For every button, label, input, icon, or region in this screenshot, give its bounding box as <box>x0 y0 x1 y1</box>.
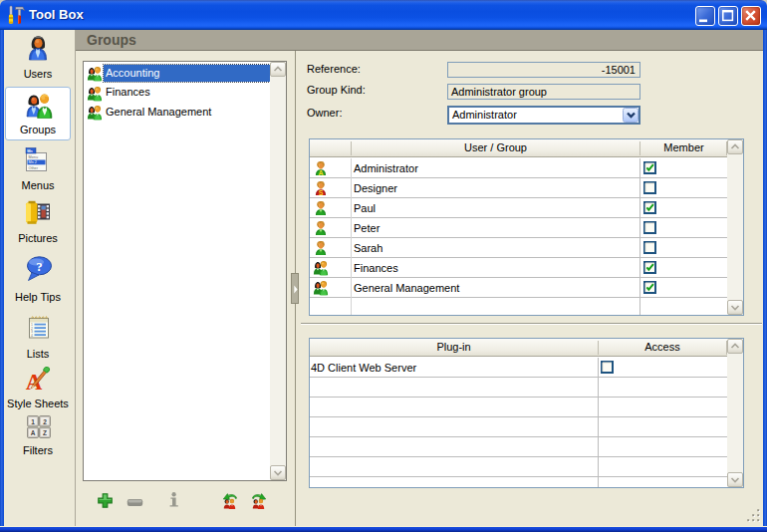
svg-text:Z: Z <box>43 429 47 436</box>
svg-text:Mn 2: Mn 2 <box>29 160 37 164</box>
svg-text:Mn: Mn <box>27 149 33 153</box>
svg-text:A: A <box>318 169 323 176</box>
svg-text:2: 2 <box>43 418 47 425</box>
svg-text:S: S <box>319 189 324 196</box>
svg-text:?: ? <box>36 259 43 274</box>
svg-text:A: A <box>31 429 36 436</box>
svg-text:4: 4 <box>31 334 33 338</box>
svg-text:Other: Other <box>29 166 39 170</box>
svg-text:1: 1 <box>31 418 35 425</box>
svg-text:Menu: Menu <box>29 155 39 159</box>
